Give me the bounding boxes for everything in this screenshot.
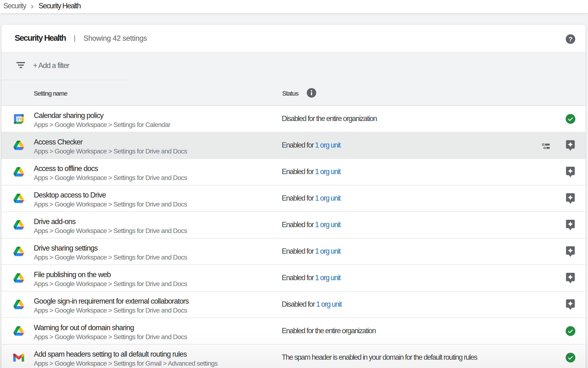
svg-text:?: ? xyxy=(568,36,572,43)
